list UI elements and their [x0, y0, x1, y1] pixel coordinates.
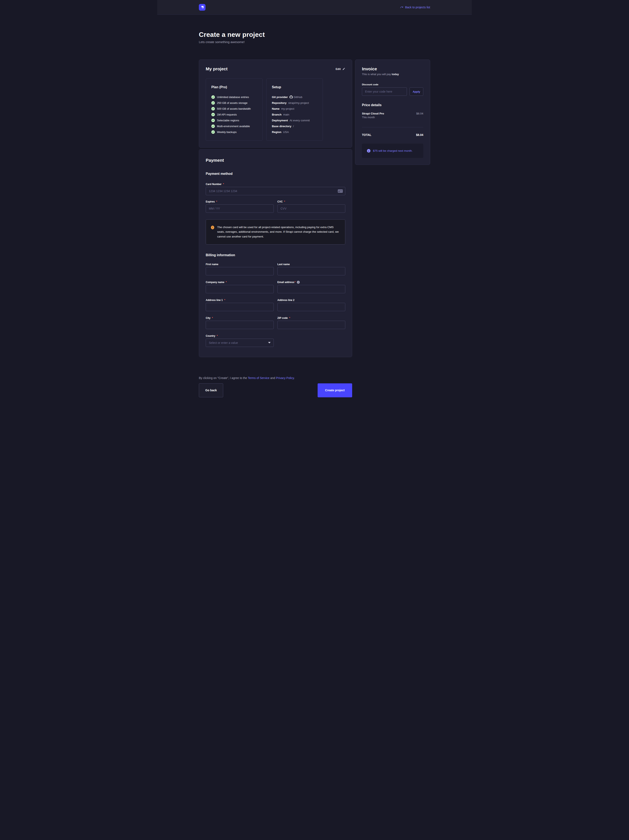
setup-row-git-provider: Git provider GitHub — [272, 95, 318, 99]
edit-project-button[interactable]: Edit — [336, 68, 345, 71]
total-label: TOTAL — [362, 133, 371, 137]
address1-label: Address line 1 — [206, 298, 274, 302]
top-bar: Back to projects list — [157, 0, 472, 14]
notice-text: $75 will be charged next month. — [373, 149, 413, 152]
warning-text: The chosen card will be used for all pro… — [217, 225, 340, 239]
company-name-input[interactable] — [206, 285, 274, 293]
go-back-button[interactable]: Go back — [199, 384, 223, 397]
discount-code-input[interactable] — [362, 87, 407, 96]
plan-feature: 250 GB of assets storage — [211, 101, 257, 105]
first-name-field: First name — [206, 263, 274, 275]
expires-field: Expires — [206, 200, 274, 213]
back-arrow-icon — [400, 5, 403, 9]
check-icon — [211, 130, 215, 134]
check-icon — [211, 125, 215, 128]
payment-card: Payment Payment method Card Number — [199, 149, 352, 357]
total-amount: $8.04 — [416, 133, 423, 137]
check-icon — [211, 107, 215, 111]
address2-field: Address line 2 — [277, 298, 345, 311]
strapi-mark-icon — [200, 5, 205, 9]
address1-input[interactable] — [206, 303, 274, 311]
back-to-projects-link[interactable]: Back to projects list — [400, 5, 430, 9]
pencil-icon — [342, 68, 345, 70]
billing-title: Billing information — [206, 253, 345, 257]
first-name-input[interactable] — [206, 267, 274, 275]
plan-feature: Weekly backups — [211, 130, 257, 134]
plan-box: Plan (Pro) Unlimited database entries 25… — [206, 79, 263, 141]
price-line-item: Strapi Cloud Pro $8.04 — [362, 112, 423, 115]
cvc-label: CVC — [277, 200, 345, 203]
setup-row-branch: Branchmain — [272, 113, 318, 116]
check-icon — [211, 118, 215, 122]
page-title: Create a new project — [199, 31, 430, 38]
check-icon — [211, 101, 215, 105]
terms-of-service-link[interactable]: Terms of Service — [248, 376, 270, 380]
credit-card-icon — [337, 189, 343, 193]
address1-field: Address line 1 — [206, 298, 274, 311]
price-item-period: This month — [362, 116, 423, 119]
zip-label: ZIP code — [277, 317, 345, 319]
last-name-input[interactable] — [277, 267, 345, 275]
city-input[interactable] — [206, 321, 274, 329]
card-number-input[interactable] — [206, 187, 345, 195]
setup-row-deployment: DeploymentAt every commit — [272, 118, 318, 122]
warning-icon — [211, 226, 214, 229]
plan-title: Plan (Pro) — [211, 85, 257, 89]
setup-row-region: RegionUSA — [272, 130, 318, 134]
plan-feature: Selectable regions — [211, 118, 257, 122]
country-field: Country Select or enter a value — [206, 335, 274, 347]
price-details-title: Price details — [362, 103, 423, 107]
last-name-field: Last name — [277, 263, 345, 275]
apply-discount-button[interactable]: Apply — [410, 87, 423, 96]
strapi-logo[interactable] — [199, 4, 205, 11]
invoice-total-row: TOTAL $8.04 — [362, 133, 423, 137]
cvc-field: CVC — [277, 200, 345, 213]
address2-input[interactable] — [277, 303, 345, 311]
terms-agreement: By clicking on "Create", I agree to the … — [199, 376, 352, 380]
company-name-field: Company name — [206, 281, 274, 293]
back-link-label: Back to projects list — [405, 6, 430, 9]
invoice-subtitle: This is what you will pay today — [362, 73, 423, 76]
check-icon — [211, 113, 215, 116]
country-select[interactable]: Select or enter a value — [206, 339, 274, 347]
create-project-button[interactable]: Create project — [318, 384, 352, 397]
plan-feature: 1M API requests — [211, 113, 257, 116]
last-name-label: Last name — [277, 263, 345, 266]
info-icon — [367, 149, 370, 153]
card-number-label: Card Number — [206, 183, 345, 186]
company-name-label: Company name — [206, 281, 274, 284]
next-month-notice: $75 will be charged next month. — [362, 144, 423, 158]
zip-field: ZIP code — [277, 317, 345, 329]
discount-code-label: Discount code — [362, 83, 423, 86]
plan-feature: 500 GB of assets bandwidth — [211, 107, 257, 111]
setup-row-name: Namemy-project — [272, 107, 318, 110]
email-input[interactable] — [277, 285, 345, 293]
payment-method-title: Payment method — [206, 172, 345, 176]
page-subtitle: Lets create something awesome! — [199, 40, 430, 44]
edit-label: Edit — [336, 68, 341, 71]
privacy-policy-link[interactable]: Privacy Policy — [276, 376, 294, 380]
setup-title: Setup — [272, 85, 318, 89]
plan-feature-list: Unlimited database entries 250 GB of ass… — [211, 95, 257, 134]
city-label: City — [206, 317, 274, 319]
project-card-title: My project — [206, 66, 227, 71]
zip-input[interactable] — [277, 321, 345, 329]
github-icon — [290, 96, 293, 99]
expires-input[interactable] — [206, 204, 274, 213]
cvc-input[interactable] — [277, 204, 345, 213]
email-label: Email address — [277, 281, 296, 284]
city-field: City — [206, 317, 274, 329]
setup-row-base-directory: Base directory/ — [272, 125, 318, 128]
email-field: Email address — [277, 281, 345, 293]
plan-feature: Unlimited database entries — [211, 95, 257, 99]
card-number-field: Card Number — [206, 183, 345, 195]
payment-title: Payment — [206, 158, 345, 163]
my-project-card: My project Edit Plan (Pro) Unlimited dat… — [199, 60, 352, 148]
invoice-card: Invoice This is what you will pay today … — [355, 60, 430, 165]
email-info-icon[interactable] — [297, 281, 300, 284]
invoice-title: Invoice — [362, 66, 423, 71]
chevron-down-icon — [268, 342, 271, 343]
setup-row-repository: Repositorystrapi/my-project — [272, 101, 318, 104]
country-placeholder: Select or enter a value — [209, 341, 238, 344]
setup-box: Setup Git provider GitHub — [266, 79, 323, 141]
